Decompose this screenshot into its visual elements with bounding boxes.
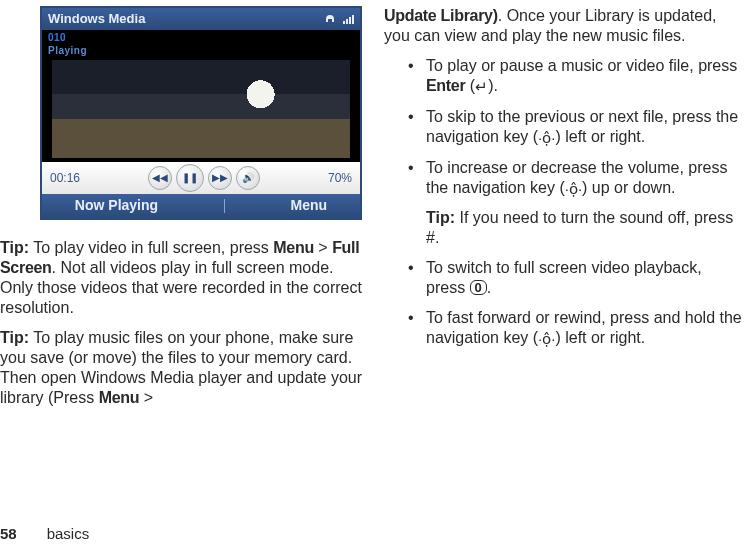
- play-state: Playing: [48, 45, 87, 56]
- list-item: To increase or decrease the volume, pres…: [408, 158, 742, 199]
- softkey-left[interactable]: Now Playing: [75, 197, 158, 215]
- control-bar: 00:16 ◀◀ ❚❚ ▶▶ 🔊 70%: [42, 162, 360, 194]
- media-player-mock: Windows Media 010 Playing 00:16 ◀◀ ❚❚: [40, 6, 362, 220]
- section-label: basics: [47, 525, 90, 542]
- tip-mute: Tip: If you need to turn the sound off, …: [384, 208, 742, 248]
- track-meta: 010 Playing: [42, 30, 360, 60]
- text: ) left or right.: [555, 128, 645, 145]
- tip-label: Tip:: [426, 209, 455, 226]
- menu-key: Menu: [273, 239, 314, 256]
- page-number: 58: [0, 525, 17, 542]
- text: To play video in full screen, press: [29, 239, 273, 256]
- track-id: 010: [48, 32, 66, 43]
- text: To play or pause a music or video file, …: [426, 57, 737, 74]
- svg-rect-3: [352, 15, 354, 24]
- text: If you need to turn the sound off, press…: [426, 209, 733, 246]
- video-area: 010 Playing: [42, 30, 360, 162]
- text: ) left or right.: [555, 329, 645, 346]
- text: ) up or down.: [582, 179, 675, 196]
- headset-icon: [324, 13, 336, 25]
- update-library-cont: Update Library). Once your Library is up…: [384, 6, 742, 46]
- next-icon[interactable]: ▶▶: [208, 166, 232, 190]
- list-item: To switch to full screen video playback,…: [408, 258, 742, 298]
- list-item: To skip to the previous or next file, pr…: [408, 107, 742, 148]
- video-frame: [52, 60, 350, 158]
- list-item: To play or pause a music or video file, …: [408, 56, 742, 97]
- player-title: Windows Media: [48, 11, 145, 27]
- tip-fullscreen: Tip: To play video in full screen, press…: [0, 238, 362, 318]
- status-icons: [324, 13, 354, 25]
- prev-icon[interactable]: ◀◀: [148, 166, 172, 190]
- elapsed-time: 00:16: [50, 171, 80, 186]
- svg-rect-2: [349, 17, 351, 24]
- nav-key-icon: ·ộ·: [538, 330, 555, 347]
- transport-controls: ◀◀ ❚❚ ▶▶ 🔊: [148, 164, 260, 192]
- text: >: [314, 239, 332, 256]
- nav-key-icon: ·ộ·: [565, 180, 582, 197]
- menu-key: Menu: [99, 389, 140, 406]
- text: To play music files on your phone, make …: [0, 329, 362, 406]
- tip-music: Tip: To play music files on your phone, …: [0, 328, 362, 408]
- softkey-bar: Now Playing Menu: [42, 194, 360, 218]
- signal-icon: [342, 13, 354, 25]
- volume-pct: 70%: [328, 171, 352, 186]
- softkey-divider: [224, 199, 225, 213]
- svg-rect-1: [346, 19, 348, 24]
- player-titlebar: Windows Media: [42, 8, 360, 30]
- svg-rect-0: [343, 21, 345, 24]
- nav-key-icon: ·ộ·: [538, 129, 555, 146]
- update-library-key: Update Library): [384, 7, 498, 24]
- zero-key-icon: 0: [470, 280, 487, 295]
- list-item: To fast forward or rewind, press and hol…: [408, 308, 742, 349]
- page-footer: 58basics: [0, 525, 89, 542]
- enter-icon: ↵: [475, 78, 488, 95]
- enter-key: Enter: [426, 77, 465, 94]
- text: To switch to full screen video playback,…: [426, 259, 702, 296]
- softkey-right[interactable]: Menu: [291, 197, 328, 215]
- pause-icon[interactable]: ❚❚: [176, 164, 204, 192]
- text: (: [465, 77, 475, 94]
- text: >: [139, 389, 153, 406]
- text: . Not all videos play in full screen mod…: [0, 259, 362, 316]
- tip-label: Tip:: [0, 239, 29, 256]
- speaker-icon[interactable]: 🔊: [236, 166, 260, 190]
- text: ).: [488, 77, 498, 94]
- tip-label: Tip:: [0, 329, 29, 346]
- text: .: [487, 279, 491, 296]
